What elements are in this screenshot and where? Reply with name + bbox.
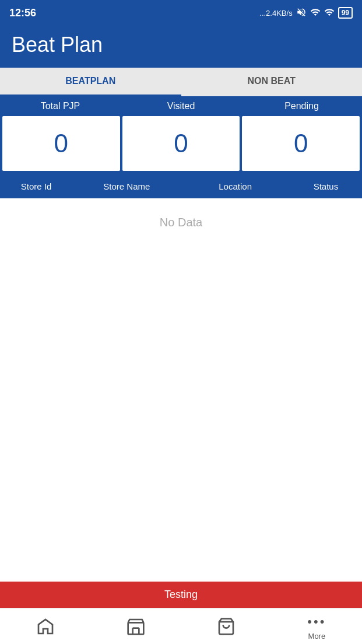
tab-beatplan[interactable]: BEATPLAN xyxy=(0,68,181,96)
pending-label: Pending xyxy=(241,101,362,111)
nav-more[interactable]: ••• More xyxy=(272,614,362,640)
store-icon xyxy=(126,617,145,638)
wifi-icon xyxy=(324,7,335,19)
mute-icon xyxy=(296,7,307,19)
stats-container: Total PJP Visited Pending 0 0 0 xyxy=(0,96,362,174)
status-bar: 12:56 ...2.4KB/s 99 xyxy=(0,0,362,26)
stats-labels-row: Total PJP Visited Pending xyxy=(0,96,362,114)
col-header-store-name: Store Name xyxy=(72,181,181,191)
cart-icon xyxy=(217,617,236,638)
testing-banner: Testing xyxy=(0,582,362,608)
table-body: No Data xyxy=(0,198,362,582)
total-pjp-label: Total PJP xyxy=(0,101,121,111)
stats-values-row: 0 0 0 xyxy=(0,114,362,174)
status-icons: ...2.4KB/s 99 xyxy=(259,7,353,19)
status-time: 12:56 xyxy=(9,7,36,19)
no-data-message: No Data xyxy=(160,216,202,229)
home-icon xyxy=(36,617,55,638)
tab-bar: BEATPLAN NON BEAT xyxy=(0,68,362,96)
visited-label: Visited xyxy=(121,101,241,111)
pending-value: 0 xyxy=(294,129,308,158)
more-label: More xyxy=(308,632,326,640)
nav-home[interactable] xyxy=(0,614,90,640)
total-pjp-card: 0 xyxy=(2,116,120,171)
visited-card: 0 xyxy=(122,116,240,171)
visited-value: 0 xyxy=(174,129,188,158)
col-header-status: Status xyxy=(290,181,362,191)
network-speed: ...2.4KB/s xyxy=(259,9,292,18)
col-header-store-id: Store Id xyxy=(0,181,72,191)
signal-icon xyxy=(310,7,321,19)
nav-cart[interactable] xyxy=(181,614,272,640)
tab-nonbeat[interactable]: NON BEAT xyxy=(181,68,363,96)
bottom-nav: ••• More xyxy=(0,608,362,644)
table-header: Store Id Store Name Location Status xyxy=(0,174,362,198)
testing-label: Testing xyxy=(164,589,198,600)
total-pjp-value: 0 xyxy=(54,129,68,158)
pending-card: 0 xyxy=(242,116,360,171)
nav-store[interactable] xyxy=(90,614,181,640)
more-icon: ••• xyxy=(307,614,326,629)
app-header: Beat Plan xyxy=(0,26,362,68)
col-header-location: Location xyxy=(181,181,290,191)
page-title: Beat Plan xyxy=(12,33,103,57)
battery-icon: 99 xyxy=(338,7,353,19)
